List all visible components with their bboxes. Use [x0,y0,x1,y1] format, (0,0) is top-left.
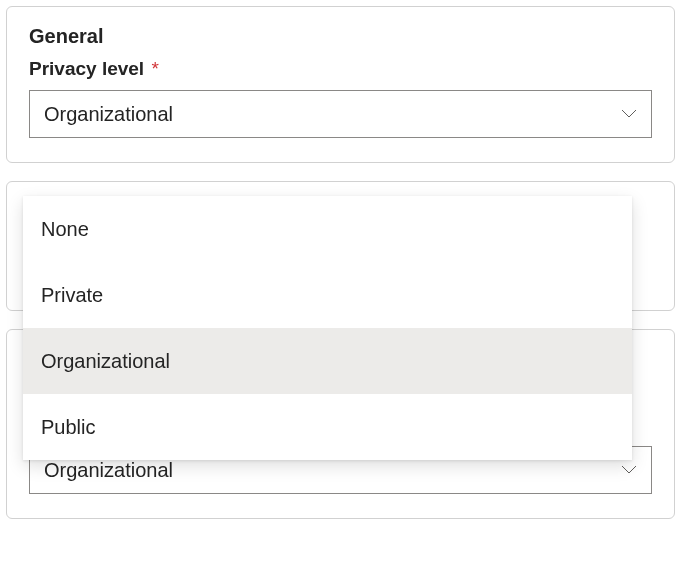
card-header: General [29,25,652,48]
select-value: Organizational [44,459,173,482]
hidden-card: None Private Organizational Public [6,181,675,311]
select-value: Organizational [44,103,173,126]
dropdown-option-public[interactable]: Public [23,394,632,460]
required-indicator: * [151,58,158,79]
dropdown-option-private[interactable]: Private [23,262,632,328]
privacy-level-select[interactable]: Organizational [29,90,652,138]
privacy-level-dropdown: None Private Organizational Public [23,196,632,460]
general-card: General Privacy level * Organizational [6,6,675,163]
chevron-down-icon [621,105,637,123]
field-label-text: Privacy level [29,58,144,79]
privacy-level-label: Privacy level * [29,58,652,80]
chevron-down-icon [621,461,637,479]
dropdown-option-none[interactable]: None [23,196,632,262]
dropdown-option-organizational[interactable]: Organizational [23,328,632,394]
